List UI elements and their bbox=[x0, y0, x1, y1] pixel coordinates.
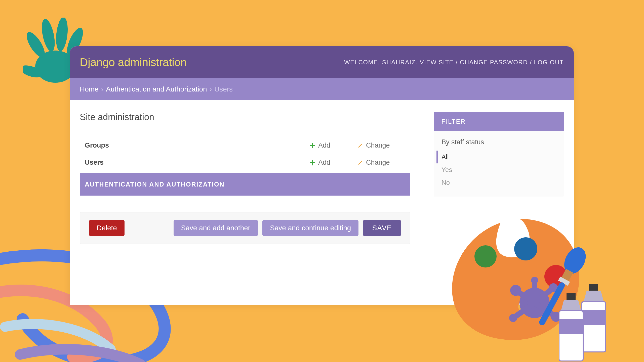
save-button[interactable]: SAVE bbox=[363, 220, 401, 236]
svg-point-13 bbox=[551, 312, 561, 322]
models-table: Groups Add Change User bbox=[80, 137, 410, 196]
svg-point-5 bbox=[23, 63, 44, 80]
pencil-icon bbox=[357, 143, 363, 148]
change-label: Change bbox=[366, 142, 390, 149]
save-continue-button[interactable]: Save and continue editing bbox=[262, 220, 358, 236]
model-row-groups: Groups Add Change bbox=[80, 137, 410, 154]
model-name[interactable]: Users bbox=[85, 159, 310, 166]
svg-rect-22 bbox=[582, 310, 606, 325]
breadcrumb-home[interactable]: Home bbox=[80, 85, 99, 93]
change-groups-link[interactable]: Change bbox=[357, 142, 405, 149]
admin-window: Django administration WELCOME, SHAHRAIZ.… bbox=[70, 46, 574, 305]
add-groups-link[interactable]: Add bbox=[310, 142, 357, 149]
brand-title: Django administration bbox=[80, 56, 187, 69]
left-column: Site administration Groups Add Cha bbox=[80, 112, 410, 244]
filter-header: FILTER bbox=[434, 112, 564, 131]
app-section-header: AUTHENTICATION AND AUTHORIZATION bbox=[80, 173, 410, 196]
breadcrumb: Home › Authentication and Authorization … bbox=[70, 78, 574, 100]
filter-panel: FILTER By staff status All Yes No bbox=[434, 112, 564, 196]
breadcrumb-section[interactable]: Authentication and Authorization bbox=[106, 85, 207, 93]
svg-point-3 bbox=[55, 18, 69, 52]
save-add-another-button[interactable]: Save and add another bbox=[174, 220, 258, 236]
change-users-link[interactable]: Change bbox=[357, 159, 405, 166]
content-area: Site administration Groups Add Cha bbox=[70, 100, 574, 254]
filter-title: By staff status bbox=[434, 131, 564, 151]
change-password-link[interactable]: CHANGE PASSWORD bbox=[460, 59, 528, 66]
svg-point-12 bbox=[509, 314, 517, 322]
delete-button[interactable]: Delete bbox=[89, 220, 125, 236]
plus-icon bbox=[310, 143, 315, 148]
svg-point-2 bbox=[39, 18, 57, 53]
add-users-link[interactable]: Add bbox=[310, 159, 357, 166]
change-label: Change bbox=[366, 159, 390, 166]
svg-rect-19 bbox=[589, 284, 598, 291]
filter-option-no[interactable]: No bbox=[436, 176, 556, 189]
add-label: Add bbox=[318, 159, 330, 166]
plus-icon bbox=[310, 160, 315, 165]
filter-options: All Yes No bbox=[434, 151, 564, 196]
welcome-username: SHAHRAIZ bbox=[382, 59, 416, 66]
filter-option-yes[interactable]: Yes bbox=[436, 163, 556, 176]
view-site-link[interactable]: VIEW SITE bbox=[420, 59, 454, 66]
right-column: FILTER By staff status All Yes No bbox=[434, 112, 564, 196]
add-label: Add bbox=[318, 142, 330, 149]
welcome-prefix: WELCOME, bbox=[344, 59, 382, 66]
header-bar: Django administration WELCOME, SHAHRAIZ.… bbox=[70, 46, 574, 78]
svg-point-1 bbox=[23, 29, 48, 60]
model-name[interactable]: Groups bbox=[85, 142, 310, 149]
svg-marker-20 bbox=[584, 291, 604, 302]
svg-rect-26 bbox=[559, 319, 583, 334]
page-title: Site administration bbox=[80, 112, 410, 122]
model-row-users: Users Add Change bbox=[80, 154, 410, 171]
submit-row: Delete Save and add another Save and con… bbox=[80, 212, 410, 244]
pencil-icon bbox=[357, 160, 363, 165]
log-out-link[interactable]: LOG OUT bbox=[534, 59, 564, 66]
svg-rect-21 bbox=[582, 302, 606, 352]
svg-point-0 bbox=[35, 51, 75, 83]
user-links: WELCOME, SHAHRAIZ. VIEW SITE / CHANGE PA… bbox=[344, 59, 564, 66]
svg-rect-25 bbox=[559, 311, 583, 361]
breadcrumb-current: Users bbox=[214, 85, 233, 93]
filter-option-all[interactable]: All bbox=[436, 151, 556, 163]
